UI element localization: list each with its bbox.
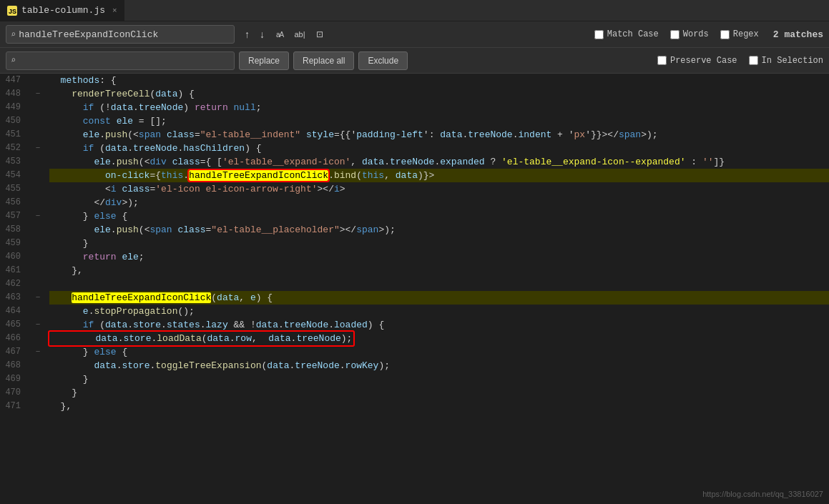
table-row: <i class='el-icon el-icon-arrow-right'><… [49,182,829,196]
toggle-filter-button[interactable]: ⊡ [310,25,329,44]
table-row: on-click={this.handleTreeExpandIconClick… [49,169,829,182]
options-row1: Match Case Words Regex [594,29,759,39]
fold-mark [32,332,44,345]
fold-mark [32,277,44,291]
match-case-option[interactable]: Match Case [594,29,659,39]
exclude-button[interactable]: Exclude [358,51,408,70]
line-number: 467 [0,345,26,359]
table-row: methods: { [49,74,829,87]
fold-mark [32,182,44,196]
table-row: if (data.treeNode.hasChildren) { [49,142,829,155]
line-numbers: 4474484494504514524534544554564574584594… [0,74,32,504]
matches-count: 2 matches [773,29,823,40]
line-number: 460 [0,250,26,264]
fold-mark [32,359,44,372]
code-editor: 4474484494504514524534544554564574584594… [0,74,829,504]
tab-table-column-js[interactable]: JS table-column.js × [0,0,125,21]
svg-text:JS: JS [9,8,16,15]
watermark: https://blog.csdn.net/qq_33816027 [702,490,823,498]
preserve-case-label: Preserve Case [670,56,737,66]
search-input[interactable] [19,29,205,40]
toggle-case-button[interactable]: aA [270,25,289,44]
next-match-button[interactable]: ↓ [255,26,269,43]
regex-checkbox[interactable] [720,30,730,39]
table-row: if (data.store.states.lazy && !data.tree… [49,318,829,332]
words-checkbox[interactable] [670,30,680,39]
line-number: 468 [0,359,26,372]
table-row: }, [49,264,829,277]
fold-mark[interactable]: − [32,318,44,332]
fold-mark[interactable]: − [32,142,44,155]
prev-match-button[interactable]: ↑ [240,26,254,43]
line-number: 464 [0,305,26,318]
table-row: ele.push(<span class="el-table__indent" … [49,128,829,142]
replace-button[interactable]: Replace [239,51,289,70]
fold-mark [32,74,44,87]
preserve-case-option[interactable]: Preserve Case [657,56,737,66]
tab-filename: table-column.js [21,5,105,16]
fold-gutter: −−−−−− [32,74,44,504]
table-row: } [49,237,829,250]
line-number: 454 [0,169,26,182]
replace-input[interactable] [19,55,219,66]
fold-mark[interactable]: − [32,345,44,359]
fold-mark[interactable]: − [32,209,44,223]
words-label: Words [683,29,709,39]
search-row-2: ⌕ Replace Replace all Exclude Preserve C… [0,47,829,73]
table-row: } [49,372,829,386]
replace-all-button[interactable]: Replace all [293,51,354,70]
tab-close-icon[interactable]: × [112,6,117,15]
fold-mark [32,101,44,114]
table-row: if (!data.treeNode) return null; [49,101,829,114]
table-row: ele.push(<span class="el-table__placehol… [49,223,829,237]
match-case-checkbox[interactable] [594,30,604,39]
line-number: 456 [0,196,26,209]
line-number: 451 [0,128,26,142]
line-number: 461 [0,264,26,277]
line-number: 470 [0,386,26,400]
line-number: 447 [0,74,26,87]
line-number: 453 [0,155,26,169]
search-input-wrap: ⌕ [6,25,235,44]
words-option[interactable]: Words [670,29,709,39]
table-row: data.store.toggleTreeExpansion(data.tree… [49,359,829,372]
match-case-label: Match Case [607,29,659,39]
fold-mark[interactable]: − [32,291,44,305]
code-lines: methods: { renderTreeCell(data) { if (!d… [44,74,829,504]
options-row2: Preserve Case In Selection [657,56,823,66]
line-number: 462 [0,277,26,291]
toggle-word-button[interactable]: ab| [290,25,309,44]
fold-mark [32,223,44,237]
table-row: return ele; [49,250,829,264]
line-number: 469 [0,372,26,386]
fold-mark [32,386,44,400]
search-row-1: ⌕ ↑ ↓ aA ab| ⊡ Match Case Words Regex [0,21,829,47]
line-number: 459 [0,237,26,250]
line-number: 465 [0,318,26,332]
table-row: const ele = []; [49,114,829,128]
replace-icon: ⌕ [11,55,16,66]
table-row: renderTreeCell(data) { [49,87,829,101]
fold-mark [32,169,44,182]
line-number: 455 [0,182,26,196]
fold-mark [32,114,44,128]
preserve-case-checkbox[interactable] [657,56,667,65]
fold-mark[interactable]: − [32,87,44,101]
table-row: </div>); [49,196,829,209]
fold-mark [32,264,44,277]
line-number: 457 [0,209,26,223]
fold-mark [32,400,44,413]
fold-mark [32,196,44,209]
replace-input-wrap: ⌕ [6,51,235,70]
fold-mark [32,305,44,318]
table-row: } else { [49,209,829,223]
table-row: } else { [49,345,829,359]
in-selection-checkbox[interactable] [749,56,758,65]
in-selection-label: In Selection [762,56,823,66]
line-number: 449 [0,101,26,114]
regex-option[interactable]: Regex [720,29,759,39]
tab-bar: JS table-column.js × [0,0,829,21]
in-selection-option[interactable]: In Selection [749,56,823,66]
table-row: handleTreeExpandIconClick(data, e) { [49,291,829,305]
regex-label: Regex [733,29,759,39]
